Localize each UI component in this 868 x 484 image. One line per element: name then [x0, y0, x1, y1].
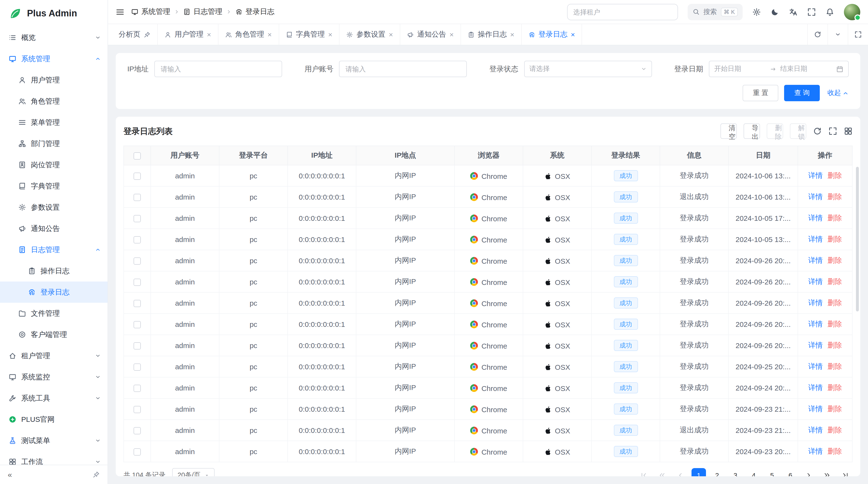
row-delete-link[interactable]: 删除 [828, 192, 842, 200]
row-delete-link[interactable]: 删除 [828, 256, 842, 264]
detail-link[interactable]: 详情 [808, 298, 823, 306]
account-input[interactable] [339, 61, 467, 77]
row-delete-link[interactable]: 删除 [828, 426, 842, 434]
tab-notice[interactable]: 通知公告 × [400, 24, 461, 45]
detail-link[interactable]: 详情 [808, 405, 823, 413]
close-icon[interactable]: × [571, 31, 575, 38]
sidebar-item-overview[interactable]: 概览 [0, 27, 107, 48]
page-button-4[interactable]: 4 [746, 468, 761, 476]
detail-link[interactable]: 详情 [808, 362, 823, 370]
sidebar-item-role-mgmt[interactable]: 角色管理 [0, 91, 107, 112]
sidebar-item-file-mgmt[interactable]: 文件管理 [0, 303, 107, 324]
tenant-select[interactable] [567, 4, 678, 20]
dark-mode-moon-icon[interactable] [771, 7, 779, 16]
row-checkbox[interactable] [133, 427, 141, 434]
row-delete-link[interactable]: 删除 [828, 383, 842, 391]
settings-gear-icon[interactable] [752, 7, 761, 16]
tab-analysis[interactable]: 分析页 [112, 24, 158, 45]
sidebar-collapse-button[interactable]: « [8, 470, 12, 479]
query-button[interactable]: 查 询 [784, 85, 820, 101]
tab-param-settings[interactable]: 参数设置 × [340, 24, 401, 45]
detail-link[interactable]: 详情 [808, 447, 823, 455]
page-button-5[interactable]: 5 [765, 468, 779, 476]
unlock-button[interactable]: 解锁 [790, 123, 806, 139]
row-delete-link[interactable]: 删除 [828, 320, 842, 328]
reset-button[interactable]: 重 置 [743, 85, 778, 101]
date-range-picker[interactable]: 开始日期 结束日期 [709, 61, 849, 77]
close-icon[interactable]: × [328, 31, 333, 38]
close-icon[interactable]: × [268, 31, 272, 38]
row-delete-link[interactable]: 删除 [828, 277, 842, 285]
detail-link[interactable]: 详情 [808, 341, 823, 349]
app-logo[interactable]: Plus Admin [0, 0, 107, 27]
tab-login-log[interactable]: 登录日志 × [522, 24, 582, 45]
notification-bell-icon[interactable] [826, 7, 834, 16]
detail-link[interactable]: 详情 [808, 235, 823, 243]
sidebar-item-dict-mgmt[interactable]: 字典管理 [0, 175, 107, 197]
sidebar-item-test-menu[interactable]: 测试菜单 [0, 430, 107, 451]
row-checkbox[interactable] [133, 300, 141, 307]
tab-oper-log[interactable]: 操作日志 × [461, 24, 522, 45]
sidebar-item-param-settings[interactable]: 参数设置 [0, 197, 107, 218]
column-settings-icon[interactable] [844, 127, 852, 135]
sidebar-item-oper-log[interactable]: 操作日志 [0, 260, 107, 282]
row-checkbox[interactable] [133, 406, 141, 413]
row-delete-link[interactable]: 删除 [828, 447, 842, 455]
delete-button[interactable]: 删除 [767, 123, 783, 139]
sidebar-toggle-button[interactable] [116, 7, 124, 16]
close-icon[interactable]: × [389, 31, 393, 38]
sidebar-item-user-mgmt[interactable]: 用户管理 [0, 69, 107, 91]
sidebar-item-login-log[interactable]: 登录日志 [0, 282, 107, 303]
row-delete-link[interactable]: 删除 [828, 235, 842, 243]
close-icon[interactable]: × [450, 31, 454, 38]
row-delete-link[interactable]: 删除 [828, 362, 842, 370]
refresh-tab-button[interactable] [807, 24, 828, 45]
first-page-button[interactable] [637, 468, 651, 476]
select-all-checkbox[interactable] [133, 153, 141, 160]
row-delete-link[interactable]: 删除 [828, 214, 842, 222]
breadcrumb-item-system[interactable]: 系统管理 [131, 7, 170, 17]
breadcrumb-item-login-log[interactable]: 登录日志 [235, 7, 274, 17]
close-icon[interactable]: × [510, 31, 515, 38]
row-checkbox[interactable] [133, 364, 141, 371]
status-select[interactable]: 请选择 [524, 61, 652, 77]
close-icon[interactable]: × [207, 31, 211, 38]
page-size-select[interactable]: 20条/页 [172, 468, 214, 476]
sidebar-item-notice[interactable]: 通知公告 [0, 218, 107, 239]
detail-link[interactable]: 详情 [808, 320, 823, 328]
tab-user-mgmt[interactable]: 用户管理 × [158, 24, 218, 45]
breadcrumb-item-log-mgmt[interactable]: 日志管理 [183, 7, 222, 17]
sidebar-item-log-mgmt[interactable]: 日志管理 [0, 239, 107, 260]
row-checkbox[interactable] [133, 215, 141, 223]
row-delete-link[interactable]: 删除 [828, 298, 842, 306]
tab-dict-mgmt[interactable]: 字典管理 × [279, 24, 340, 45]
row-checkbox[interactable] [133, 279, 141, 286]
row-checkbox[interactable] [133, 236, 141, 244]
user-avatar[interactable] [844, 4, 860, 20]
detail-link[interactable]: 详情 [808, 192, 823, 200]
clear-button[interactable]: 清空 [720, 123, 737, 139]
tab-role-mgmt[interactable]: 角色管理 × [218, 24, 279, 45]
row-checkbox[interactable] [133, 321, 141, 328]
export-button[interactable]: 导出 [744, 123, 760, 139]
sidebar-item-tenant-mgmt[interactable]: 租户管理 [0, 345, 107, 366]
row-delete-link[interactable]: 删除 [828, 171, 842, 179]
tab-actions-dropdown[interactable] [828, 24, 848, 45]
row-delete-link[interactable]: 删除 [828, 405, 842, 413]
last-page-button[interactable] [838, 468, 852, 476]
next-page-button[interactable] [802, 468, 816, 476]
sidebar-item-post-mgmt[interactable]: 岗位管理 [0, 154, 107, 175]
detail-link[interactable]: 详情 [808, 214, 823, 222]
table-scrollbar[interactable] [856, 167, 859, 312]
prev-5-pages-button[interactable] [655, 468, 669, 476]
collapse-filter-link[interactable]: 收起 [828, 89, 849, 97]
sidebar-item-menu-mgmt[interactable]: 菜单管理 [0, 112, 107, 133]
fullscreen-icon[interactable] [807, 7, 816, 16]
page-button-1[interactable]: 1 [691, 468, 706, 476]
translate-icon[interactable] [789, 7, 798, 16]
row-checkbox[interactable] [133, 343, 141, 350]
global-search[interactable]: 搜索 ⌘ K [687, 4, 743, 20]
row-checkbox[interactable] [133, 194, 141, 201]
content-fullscreen-button[interactable] [848, 24, 868, 45]
table-fullscreen-icon[interactable] [829, 127, 837, 135]
